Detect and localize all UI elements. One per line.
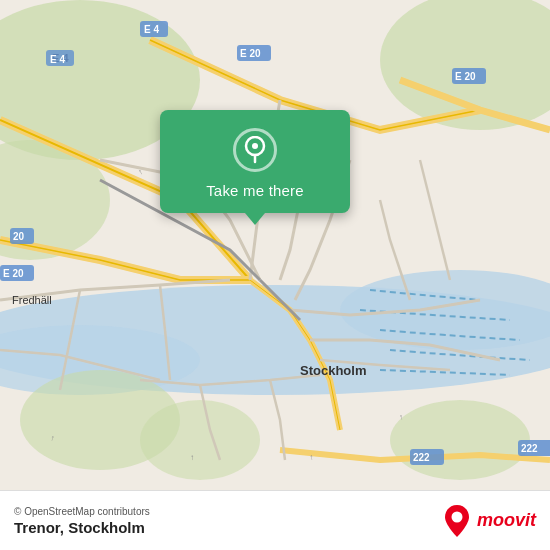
svg-text:222: 222 — [521, 443, 538, 454]
svg-point-38 — [451, 511, 462, 522]
location-name: Trenor, Stockholm — [14, 519, 150, 536]
svg-point-8 — [140, 400, 260, 480]
svg-text:↑: ↑ — [190, 453, 194, 462]
popup-label: Take me there — [206, 182, 304, 199]
bottom-bar: © OpenStreetMap contributors Trenor, Sto… — [0, 490, 550, 550]
svg-text:E 20: E 20 — [240, 48, 261, 59]
moovit-pin-icon — [441, 503, 473, 539]
svg-text:E 4: E 4 — [50, 54, 65, 65]
svg-text:Stockholm: Stockholm — [300, 363, 366, 378]
attribution: © OpenStreetMap contributors — [14, 506, 150, 517]
popup-card[interactable]: Take me there — [160, 110, 350, 213]
svg-text:E 4: E 4 — [144, 24, 159, 35]
bottom-left: © OpenStreetMap contributors Trenor, Sto… — [14, 506, 150, 536]
moovit-logo[interactable]: moovit — [441, 503, 536, 539]
svg-text:E 20: E 20 — [3, 268, 24, 279]
svg-point-9 — [390, 400, 530, 480]
svg-point-37 — [252, 143, 258, 149]
moovit-text: moovit — [477, 510, 536, 531]
svg-text:Fredhäll: Fredhäll — [12, 294, 52, 306]
svg-text:20: 20 — [13, 231, 25, 242]
location-icon-circle — [233, 128, 277, 172]
map-container: E 4 E 4 E 4 E 4 E 20 E 20 20 E 20 222 22… — [0, 0, 550, 490]
svg-text:222: 222 — [413, 452, 430, 463]
location-pin-icon — [243, 136, 267, 164]
svg-text:E 20: E 20 — [455, 71, 476, 82]
